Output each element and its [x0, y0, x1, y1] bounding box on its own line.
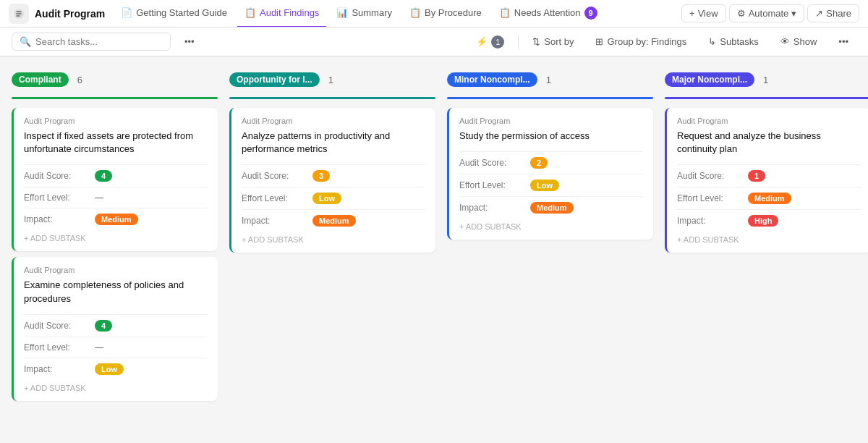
card-title: Analyze patterns in productivity and per… — [242, 130, 425, 156]
field-value-text: — — [95, 342, 103, 353]
column-opportunity: Opportunity for I...1Audit ProgramAnalyz… — [229, 68, 435, 253]
card-field-2: Impact:Low — [24, 358, 208, 375]
tab-label: By Procedure — [425, 7, 482, 18]
tab-summary[interactable]: 📊 Summary — [329, 0, 399, 28]
search-icon: 🔍 — [20, 36, 31, 47]
field-value-badge: Low — [530, 180, 559, 191]
add-subtask-button[interactable]: + ADD SUBTASK — [677, 232, 861, 247]
tab-by-procedure[interactable]: 📋 By Procedure — [402, 0, 489, 28]
tab-getting-started[interactable]: 📄 Getting Started Guide — [114, 0, 234, 28]
app-title: Audit Program — [35, 8, 105, 20]
share-button[interactable]: ↗ Share — [807, 4, 859, 22]
card-program: Audit Program — [24, 266, 208, 274]
share-icon: ↗ — [815, 8, 823, 19]
plus-icon: + — [689, 8, 695, 19]
group-by-button[interactable]: ⊞ Group by: Findings — [587, 33, 694, 51]
tab-needs-attention[interactable]: 📋 Needs Attention 9 — [492, 0, 605, 28]
add-subtask-button[interactable]: + ADD SUBTASK — [24, 381, 208, 395]
field-label: Audit Score: — [242, 171, 307, 181]
sort-icon: ⇅ — [532, 36, 540, 47]
subtasks-icon: ↳ — [708, 36, 716, 47]
share-label: Share — [826, 8, 851, 19]
card-field-0: Audit Score:2 — [459, 151, 643, 169]
add-subtask-button[interactable]: + ADD SUBTASK — [24, 231, 208, 245]
card-title: Examine completeness of policies and pro… — [24, 279, 208, 305]
field-value-badge: 1 — [748, 170, 765, 182]
col-badge-compliant: Compliant — [12, 72, 69, 87]
automate-button[interactable]: ⚙ Automate ▾ — [729, 4, 805, 22]
card-compliant-0[interactable]: Audit ProgramInspect if fixed assets are… — [12, 108, 218, 251]
card-program: Audit Program — [677, 117, 861, 125]
add-subtask-button[interactable]: + ADD SUBTASK — [242, 232, 425, 247]
field-value-badge: 4 — [95, 320, 112, 332]
card-opportunity-0[interactable]: Audit ProgramAnalyze patterns in product… — [229, 108, 435, 253]
column-compliant: Compliant6Audit ProgramInspect if fixed … — [12, 68, 218, 401]
search-input[interactable] — [35, 36, 163, 47]
filter-button[interactable]: ⚡ 1 — [468, 32, 512, 52]
view-button[interactable]: + View — [681, 4, 726, 22]
col-line-opportunity — [229, 97, 435, 99]
field-label: Impact: — [677, 216, 742, 226]
more-options-button[interactable]: ••• — [176, 33, 203, 51]
col-count-opportunity: 1 — [328, 75, 333, 85]
card-field-2: Impact:Medium — [242, 209, 425, 227]
sort-by-button[interactable]: ⇅ Sort by — [524, 33, 582, 51]
field-label: Audit Score: — [24, 171, 89, 181]
card-title: Inspect if fixed assets are protected fr… — [24, 130, 208, 156]
field-value-badge: Medium — [530, 202, 574, 214]
field-value-badge: Medium — [95, 214, 138, 225]
show-button[interactable]: 👁 Show — [773, 33, 825, 51]
tab-label: Needs Attention — [514, 7, 581, 18]
toolbar: 🔍 ••• ⚡ 1 ⇅ Sort by ⊞ Group by: Findings… — [0, 28, 868, 56]
col-badge-opportunity: Opportunity for I... — [229, 72, 320, 87]
view-label: View — [698, 8, 718, 19]
field-label: Effort Level: — [24, 342, 89, 353]
board: Compliant6Audit ProgramInspect if fixed … — [0, 56, 868, 443]
col-header-opportunity: Opportunity for I...1 — [229, 68, 435, 91]
toolbar-more-button[interactable]: ••• — [830, 33, 856, 51]
card-program: Audit Program — [242, 117, 425, 125]
col-badge-minor: Minor Noncompl... — [447, 72, 537, 87]
tab-label: Getting Started Guide — [136, 7, 227, 18]
card-field-2: Impact:High — [677, 209, 861, 227]
column-minor: Minor Noncompl...1Audit ProgramStudy the… — [447, 68, 653, 240]
field-value-badge: Medium — [312, 215, 356, 227]
subtasks-button[interactable]: ↳ Subtasks — [700, 33, 766, 51]
automate-label: Automate — [749, 8, 789, 19]
col-header-major: Major Noncompl...1 — [665, 68, 868, 91]
tab-icon: 📋 — [499, 7, 511, 18]
card-title: Request and analyze the business continu… — [677, 130, 861, 156]
group-by-label: Group by: Findings — [607, 36, 686, 47]
card-major-0[interactable]: Audit ProgramRequest and analyze the bus… — [665, 108, 868, 253]
field-value-badge: 3 — [312, 170, 330, 182]
tab-label: Summary — [352, 7, 392, 18]
field-label: Effort Level: — [242, 193, 307, 203]
card-field-1: Effort Level:Low — [459, 174, 643, 191]
automate-icon: ⚙ — [737, 8, 746, 19]
tab-icon: 📊 — [336, 7, 348, 18]
card-field-2: Impact:Medium — [459, 196, 643, 214]
col-header-compliant: Compliant6 — [12, 68, 218, 91]
field-value-badge: Medium — [748, 193, 791, 204]
tab-audit-findings[interactable]: 📋 Audit Findings — [237, 0, 326, 28]
search-box[interactable]: 🔍 — [12, 33, 171, 51]
card-field-1: Effort Level:Medium — [677, 187, 861, 204]
attention-badge: 9 — [584, 7, 597, 20]
show-label: Show — [793, 36, 817, 47]
app-icon — [9, 4, 29, 24]
card-minor-0[interactable]: Audit ProgramStudy the permission of acc… — [447, 108, 653, 240]
field-label: Impact: — [24, 214, 89, 224]
add-subtask-button[interactable]: + ADD SUBTASK — [459, 219, 643, 234]
card-compliant-1[interactable]: Audit ProgramExamine completeness of pol… — [12, 257, 218, 400]
group-icon: ⊞ — [595, 36, 603, 47]
toolbar-divider — [518, 35, 519, 49]
subtasks-label: Subtasks — [720, 36, 758, 47]
tab-icon: 📋 — [244, 7, 256, 18]
field-label: Audit Score: — [24, 321, 89, 331]
col-count-compliant: 6 — [77, 75, 82, 85]
card-program: Audit Program — [24, 117, 208, 125]
col-count-major: 1 — [763, 75, 768, 85]
col-count-minor: 1 — [546, 75, 551, 85]
col-line-compliant — [12, 97, 218, 99]
field-label: Impact: — [24, 364, 89, 374]
